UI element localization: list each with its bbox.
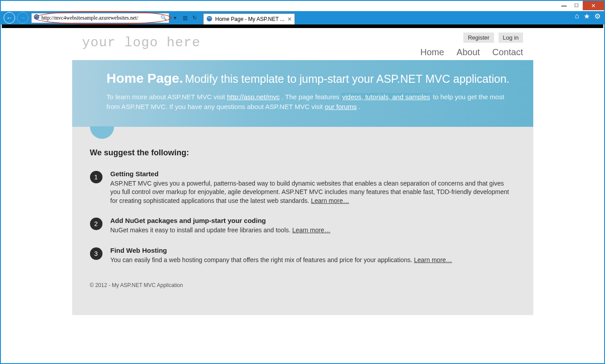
nav-home[interactable]: Home	[420, 47, 444, 57]
hero-subtitle: Modify this template to jump-start your …	[185, 73, 510, 85]
item-body: You can easily find a web hosting compan…	[110, 256, 452, 265]
list-item: 2 Add NuGet packages and jump-start your…	[90, 217, 515, 235]
main-nav: Home About Contact	[420, 47, 523, 57]
step-number: 1	[90, 171, 102, 183]
login-link[interactable]: Log in	[499, 32, 523, 43]
window-titlebar: — ☐ ✕	[1, 1, 604, 11]
nav-contact[interactable]: Contact	[492, 47, 523, 57]
content-area: We suggest the following: 1 Getting Star…	[72, 127, 533, 315]
tab-close-icon[interactable]: ✕	[287, 16, 292, 22]
hero-title: Home Page.	[106, 71, 183, 85]
item-body: NuGet makes it easy to install and updat…	[110, 226, 331, 235]
hero-text: To learn more about ASP.NET MVC visit	[106, 93, 227, 101]
tab-strip: Home Page - My ASP.NET ... ✕	[203, 11, 295, 24]
svg-point-1	[207, 16, 212, 21]
step-number: 3	[90, 247, 102, 260]
back-button[interactable]: ←	[4, 12, 15, 24]
url-input[interactable]	[41, 15, 159, 21]
suggestions-heading: We suggest the following:	[90, 148, 515, 158]
ie-icon	[33, 14, 40, 22]
compat-icon[interactable]: ▥	[181, 14, 189, 22]
item-title: Getting Started	[110, 170, 515, 178]
hero-link-samples[interactable]: videos, tutorials, and samples	[341, 93, 431, 101]
hero-tab-bump	[90, 126, 114, 139]
step-number: 2	[90, 218, 102, 230]
list-item: 1 Getting Started ASP.NET MVC gives you …	[90, 170, 515, 206]
hero-banner: Home Page. Modify this template to jump-…	[72, 60, 533, 127]
tab-title: Home Page - My ASP.NET ...	[215, 16, 285, 22]
viewport: your logo here Register Log in Home Abou…	[2, 24, 603, 362]
learn-more-link[interactable]: Learn more…	[414, 256, 452, 263]
search-icon[interactable]: 🔍	[160, 15, 167, 21]
home-icon[interactable]: ⌂	[575, 12, 579, 20]
ie-icon	[206, 16, 213, 23]
dropdown-icon[interactable]: ▾	[171, 14, 179, 22]
forward-button[interactable]: →	[17, 12, 29, 24]
browser-tab[interactable]: Home Page - My ASP.NET ... ✕	[203, 13, 295, 24]
top-black-bar	[2, 24, 603, 28]
toolbar-right: ⌂ ★ ⚙	[575, 12, 601, 20]
favorites-icon[interactable]: ★	[584, 12, 590, 20]
learn-more-link[interactable]: Learn more…	[292, 226, 331, 234]
address-bar[interactable]: 🔍	[31, 13, 169, 23]
hero-paragraph: To learn more about ASP.NET MVC visit ht…	[106, 92, 516, 112]
hero-text: . The page features	[282, 93, 341, 101]
item-title: Add NuGet packages and jump-start your c…	[110, 217, 331, 224]
tools-icon[interactable]: ⚙	[594, 12, 601, 20]
register-link[interactable]: Register	[463, 32, 494, 43]
minimize-button[interactable]: —	[558, 1, 570, 10]
nav-about[interactable]: About	[457, 47, 480, 57]
hero-link-mvc[interactable]: http://asp.net/mvc	[227, 93, 279, 101]
page-header: your logo here Register Log in Home Abou…	[82, 28, 523, 60]
item-title: Find Web Hosting	[110, 247, 452, 254]
refresh-button[interactable]: ↻	[191, 14, 199, 22]
page-footer: © 2012 - My ASP.NET MVC Application	[90, 282, 515, 288]
hero-text: .	[359, 103, 360, 110]
item-body: ASP.NET MVC gives you a powerful, patter…	[110, 179, 515, 206]
site-logo: your logo here	[82, 32, 200, 50]
svg-point-0	[34, 14, 39, 20]
close-button[interactable]: ✕	[583, 1, 604, 10]
list-item: 3 Find Web Hosting You can easily find a…	[90, 247, 515, 265]
maximize-button[interactable]: ☐	[570, 1, 583, 10]
learn-more-link[interactable]: Learn more…	[311, 197, 349, 204]
browser-toolbar: ← → 🔍 ▾ ▥ ↻ Home Page - My ASP.NET ... ✕…	[1, 11, 604, 24]
hero-link-forums[interactable]: our forums	[325, 103, 357, 110]
